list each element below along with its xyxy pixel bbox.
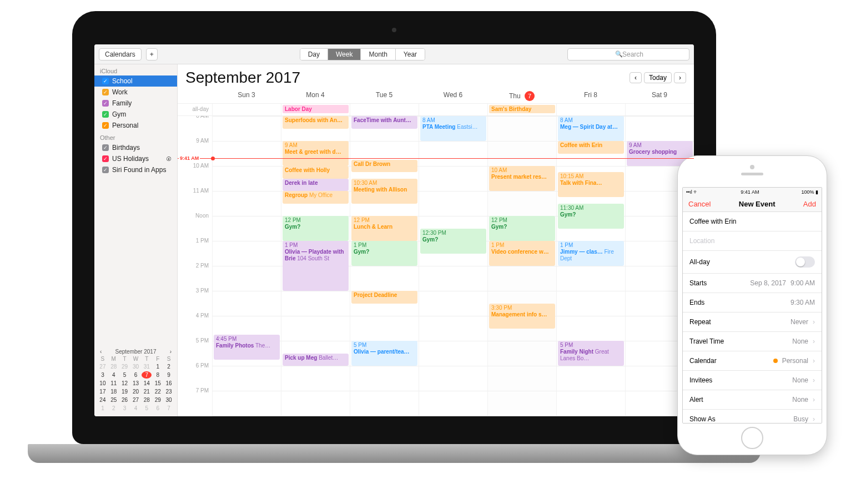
mini-day[interactable]: 2 [164, 363, 174, 370]
calendar-checkbox[interactable]: ✓ [102, 167, 109, 173]
prev-week-button[interactable]: ‹ [630, 72, 642, 83]
mini-day[interactable]: 7 [164, 405, 174, 412]
next-week-button[interactable]: › [674, 72, 686, 83]
calendar-event[interactable]: 12 PMLunch & Learn [351, 216, 417, 241]
mini-day[interactable]: 13 [131, 380, 141, 387]
calendar-checkbox[interactable]: ✓ [102, 155, 109, 162]
search-input[interactable]: Search [567, 48, 689, 61]
mini-day[interactable]: 6 [153, 405, 163, 412]
mini-day[interactable]: 15 [153, 380, 163, 387]
calendar-checkbox[interactable]: ✓ [102, 89, 109, 95]
allday-event[interactable]: Sam's Birthday [489, 105, 555, 113]
calendar-checkbox[interactable]: ✓ [102, 100, 109, 107]
add-event-button[interactable]: + [146, 48, 158, 61]
showas-row[interactable]: Show As Busy › [683, 410, 822, 424]
mini-day[interactable]: 22 [153, 388, 163, 395]
sidebar-item-family[interactable]: ✓Family [94, 98, 177, 109]
mini-day[interactable]: 4 [109, 371, 119, 379]
mini-day[interactable]: 26 [120, 396, 130, 404]
calendar-checkbox[interactable]: ✓ [102, 144, 109, 151]
calendar-event[interactable]: Call Dr Brown [351, 160, 417, 173]
mini-day[interactable]: 1 [98, 405, 108, 412]
calendar-event[interactable]: 10:15 AMTalk with Fina… [558, 172, 624, 197]
calendar-event[interactable]: 3:30 PMManagement info s… [489, 304, 555, 329]
mini-day[interactable]: 23 [164, 388, 174, 395]
mini-day[interactable]: 16 [164, 380, 174, 387]
calendar-event[interactable]: 8 AMMeg — Spirit Day at… [558, 116, 624, 141]
calendar-checkbox[interactable]: ✓ [102, 122, 109, 129]
mini-day[interactable]: 5 [120, 371, 130, 379]
sidebar-item-siri-found-in-apps[interactable]: ✓Siri Found in Apps [94, 164, 177, 175]
sidebar-item-work[interactable]: ✓Work [94, 87, 177, 98]
mini-day[interactable]: 5 [142, 405, 152, 412]
mini-day[interactable]: 28 [109, 363, 119, 370]
mini-day[interactable]: 7 [142, 371, 152, 379]
calendar-event[interactable]: Superfoods with An… [283, 116, 349, 129]
day-column[interactable]: 4:45 PMFamily Photos The… [212, 116, 281, 416]
mini-day[interactable]: 20 [131, 388, 141, 395]
calendar-event[interactable]: 8 AMPTA Meeting Eastsi… [420, 116, 486, 141]
mini-day[interactable]: 21 [142, 388, 152, 395]
mini-day[interactable]: 25 [109, 396, 119, 404]
mini-prev[interactable]: ‹ [100, 349, 102, 355]
mini-day[interactable]: 28 [142, 396, 152, 404]
mini-day[interactable]: 1 [153, 363, 163, 370]
mini-day[interactable]: 30 [131, 363, 141, 370]
mini-next[interactable]: › [170, 349, 172, 355]
calendar-event[interactable]: Regroup My Office [283, 191, 349, 204]
allday-slot[interactable] [350, 104, 419, 115]
mini-day[interactable]: 17 [98, 388, 108, 395]
add-button[interactable]: Add [803, 200, 816, 208]
mini-day[interactable]: 2 [109, 405, 119, 412]
sidebar-item-school[interactable]: ✓School [94, 75, 177, 87]
mini-day[interactable]: 27 [98, 363, 108, 370]
view-tab-month[interactable]: Month [361, 49, 395, 60]
calendar-event[interactable]: Coffee with Erin [558, 141, 624, 154]
allday-slot[interactable] [419, 104, 487, 115]
view-tab-week[interactable]: Week [328, 49, 361, 60]
allday-slot[interactable]: Sam's Birthday [487, 104, 556, 115]
sidebar-item-gym[interactable]: ✓Gym [94, 109, 177, 120]
calendar-event[interactable]: 12:30 PMGym? [420, 229, 486, 254]
day-column[interactable]: 10 AMPresent market res…12 PMGym?1 PMVid… [487, 116, 556, 416]
today-button[interactable]: Today [644, 72, 672, 83]
calendar-event[interactable]: 4:45 PMFamily Photos The… [214, 335, 280, 360]
calendar-event[interactable]: 5 PMFamily Night Great Lanes Bo… [558, 341, 624, 366]
allday-row[interactable]: All-day [683, 251, 822, 274]
calendar-event[interactable]: 12 PMGym? [283, 216, 349, 241]
day-column[interactable]: 8 AMMeg — Spirit Day at…Coffee with Erin… [556, 116, 625, 416]
mini-day[interactable]: 3 [120, 405, 130, 412]
calendar-event[interactable]: 11:30 AMGym? [558, 204, 624, 229]
mini-day[interactable]: 30 [164, 396, 174, 404]
mini-day[interactable]: 4 [131, 405, 141, 412]
mini-day[interactable]: 6 [131, 371, 141, 379]
mini-day[interactable]: 27 [131, 396, 141, 404]
mini-day[interactable]: 10 [98, 380, 108, 387]
mini-day[interactable]: 31 [142, 363, 152, 370]
calendar-checkbox[interactable]: ✓ [102, 111, 109, 118]
day-column[interactable]: Superfoods with An…9 AMMeet & greet with… [281, 116, 350, 416]
mini-day[interactable]: 3 [98, 371, 108, 379]
sidebar-item-personal[interactable]: ✓Personal [94, 120, 177, 131]
calendar-event[interactable]: Project Deadline [351, 291, 417, 304]
calendar-checkbox[interactable]: ✓ [102, 78, 109, 84]
location-input[interactable]: Location [683, 231, 822, 251]
mini-day[interactable]: 8 [153, 371, 163, 379]
mini-day[interactable]: 12 [120, 380, 130, 387]
mini-day[interactable]: 18 [109, 388, 119, 395]
mini-day[interactable]: 19 [120, 388, 130, 395]
mini-day[interactable]: 29 [153, 396, 163, 404]
calendar-event[interactable]: FaceTime with Aunt… [351, 116, 417, 129]
invitees-row[interactable]: Invitees None › [683, 371, 822, 390]
calendar-event[interactable]: 1 PMVideo conference w… [489, 241, 555, 266]
calendar-event[interactable]: 1 PMGym? [351, 241, 417, 266]
mini-day[interactable]: 14 [142, 380, 152, 387]
mini-day[interactable]: 9 [164, 371, 174, 379]
event-title-input[interactable]: Coffee with Erin [683, 212, 822, 231]
calendar-event[interactable]: 10 AMPresent market res… [489, 166, 555, 191]
allday-event[interactable]: Labor Day [283, 105, 349, 113]
calendar-event[interactable]: 10:30 AMMeeting with Allison [351, 179, 417, 204]
calendar-row[interactable]: Calendar Personal › [683, 351, 822, 371]
day-column[interactable]: FaceTime with Aunt…Call Dr Brown10:30 AM… [350, 116, 419, 416]
calendar-event[interactable]: Coffee with Holly [283, 166, 349, 179]
